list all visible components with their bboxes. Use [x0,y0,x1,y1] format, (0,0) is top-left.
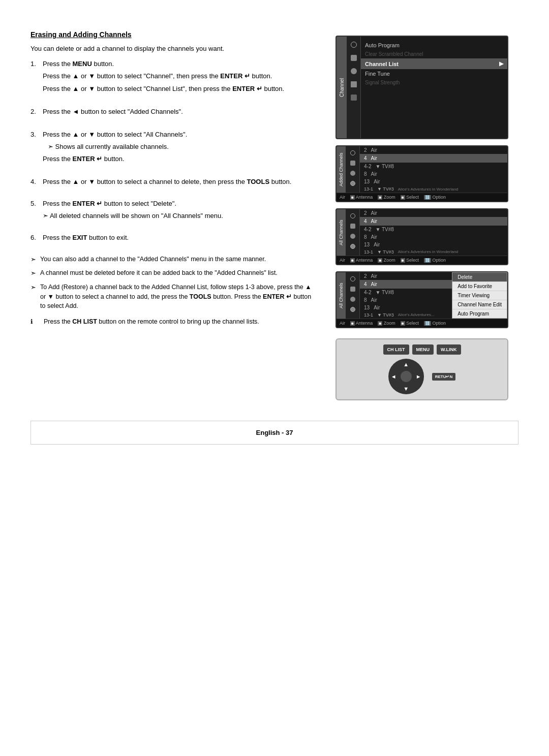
channel-list-arrow: ▶ [499,60,503,67]
step-number-2: 2. [30,107,40,119]
p4-ch-name-13: Air [374,305,380,310]
ctx-auto-program[interactable]: Auto Program [452,309,507,318]
p4-ch-num-8: 8 [364,297,367,303]
p4-ch-name-8: Air [371,297,377,303]
p2-icon-4 [350,181,355,186]
panel3-icons [346,209,360,256]
ctx-timer-viewing[interactable]: Timer Viewing [452,291,507,300]
icon-sq-2 [351,94,357,101]
p3-footer-air: Air [340,258,345,263]
p3-footer-antenna-btn: ■ [350,258,355,263]
intro-text: You can delete or add a channel to displ… [30,44,315,54]
p3-ch-row-13: 13 Air [360,241,507,248]
ctx-delete[interactable]: Delete [452,273,507,281]
p3-ch-row-4[interactable]: 4 Air [360,217,507,226]
footer-zoom: ■ Zoom [378,195,395,200]
icon-square-1 [351,55,357,61]
panel4-content: All Channels 2 Air 4 [337,272,507,319]
p4-footer-select: ■ Select [401,321,419,326]
p4-footer-zoom: ■ Zoom [378,321,395,326]
remote-wlink-btn[interactable]: W.LINK [437,344,461,355]
p4-ch-row-4[interactable]: 4 Air Delete Add to Favorite Timer Viewi… [360,280,507,289]
step-4-content: Press the ▲ or ▼ button to select a chan… [43,177,315,190]
step-1-line-2: Press the ▲ or ▼ button to select "Chann… [43,71,315,82]
p3-footer-antenna: ■ Antenna [350,258,373,263]
footer-air: Air [340,195,345,200]
note-text-info: Press the CH LIST button on the remote c… [44,317,259,327]
all-channels-panel: All Channels 2 Air 4 [336,208,508,265]
p4-footer-zoom-btn: ■ [378,321,382,326]
dpad-left-arrow: ◄ [391,373,396,380]
step-number-6: 6. [30,233,40,245]
step-number-1: 1. [30,59,40,97]
remote-control: CH LIST MENU W.LINK ▲ ▼ ◄ ► RETU [336,338,508,400]
p4-footer-option-btn: 🔢 [424,321,431,326]
dpad-circle[interactable]: ▲ ▼ ◄ ► [388,359,424,394]
dpad-right-arrow: ► [416,373,421,380]
note-text-1: You can also add a channel to the "Added… [40,255,266,265]
p3-ch-num-4: 4 [364,218,367,224]
step-6-line-1: Press the EXIT button to exit. [43,233,315,243]
dpad-up-arrow: ▲ [403,361,409,367]
remote-top-row: CH LIST MENU W.LINK [342,344,502,355]
remote-return-btn[interactable]: RETU↵N [432,373,456,381]
panel4-rows: 2 Air 4 Air Delete Add to Favorite Timer… [360,272,507,319]
added-channels-panel: Added Channels 2 Air 4 [336,145,508,202]
page-footer: English - 37 [30,421,518,445]
p4-footer-option: 🔢 Option [424,321,446,326]
p2-icon-1 [350,150,355,155]
p4-ch-num-13: 13 [364,305,370,310]
ch-num-13: 13 [364,179,370,184]
p3-icon-1 [350,213,355,218]
p4-icon-1 [350,276,355,281]
p3-ch-desc-13-1: Alice's Adventures in Wonderland [398,249,459,255]
p4-footer-antenna: ■ Antenna [350,321,373,326]
p4-icon-2 [350,287,355,292]
section-title: Erasing and Adding Channels [30,30,315,39]
panel2-rows: 2 Air 4 Air 4-2 ▼ TV#8 8 [360,146,507,193]
dpad-center[interactable] [401,371,412,382]
p3-ch-name-2: Air [371,210,377,216]
ch-num-2: 2 [364,147,367,153]
step-1-line-1: Press the MENU button. [43,59,315,70]
step-5: 5. Press the ENTER ↵ button to select "D… [30,199,315,224]
remote-menu-btn[interactable]: MENU [412,344,434,355]
footer-zoom-btn: ■ [378,195,382,200]
remote-dpad[interactable]: ▲ ▼ ◄ ► [388,359,424,394]
p3-ch-row-4-2: 4-2 ▼ TV#8 [360,226,507,233]
p3-ch-name-13-1: ▼ TV#3 [377,249,394,255]
footer-select-btn: ■ [401,195,405,200]
left-column: Erasing and Adding Channels You can dele… [30,30,315,400]
note-1: ➣ You can also add a channel to the "Add… [30,255,315,265]
p3-footer-select: ■ Select [401,258,419,263]
ch-num-4-2: 4-2 [364,164,371,169]
remote-ch-list-btn[interactable]: CH LIST [383,344,409,355]
p4-ch-num-2: 2 [364,273,367,279]
menu-item-clear-scrambled[interactable]: Clear Scrambled Channel [361,50,507,58]
info-icon: ℹ [30,317,40,327]
ch-name-13: Air [374,179,380,184]
p3-ch-num-13: 13 [364,242,370,247]
ch-row-4-selected[interactable]: 4 Air [360,154,507,163]
ch-num-8: 8 [364,171,367,177]
ctx-add-favorite[interactable]: Add to Favorite [452,281,507,291]
panel1-label: Channel [337,37,347,138]
page-content: Erasing and Adding Channels You can dele… [0,0,549,421]
menu-item-auto-program[interactable]: Auto Program [361,41,507,50]
p2-icon-3 [350,171,355,176]
p3-ch-row-13-1: 13-1 ▼ TV#3 Alice's Adventures in Wonder… [360,248,507,256]
footer-select: ■ Select [401,195,419,200]
menu-item-channel-list[interactable]: Channel List ▶ [361,58,507,69]
step-4-line-1: Press the ▲ or ▼ button to select a chan… [43,177,315,187]
p4-footer-antenna-btn: ■ [350,321,355,326]
ctx-channel-name-edit[interactable]: Channel Name Edit [452,300,507,309]
p3-footer-option: 🔢 Option [424,258,446,263]
ch-row-13: 13 Air [360,178,507,185]
menu-item-fine-tune[interactable]: Fine Tune [361,69,507,78]
menu-item-signal-strength[interactable]: Signal Strength [361,78,507,87]
step-3-content: Press the ▲ or ▼ button to select "All C… [43,130,315,167]
channel-menu-panel: Channel Auto Program Clear Scrambled Cha… [336,36,508,139]
step-1-line-3: Press the ▲ or ▼ button to select "Chann… [43,84,315,94]
ch-row-8: 8 Air [360,170,507,178]
remote-right-controls: RETU↵N [432,373,456,381]
